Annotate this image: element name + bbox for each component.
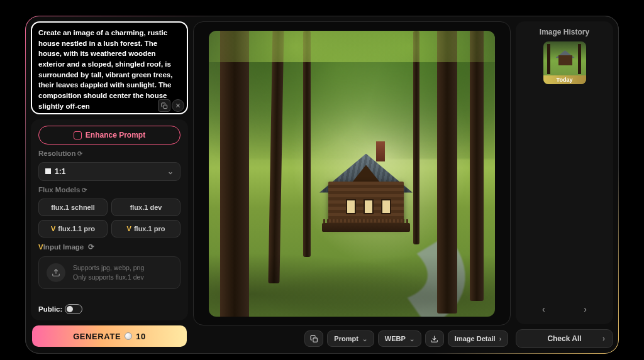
thumbnail-label: Today [543, 75, 586, 84]
copy-prompt-button[interactable] [158, 99, 170, 112]
svg-rect-2 [313, 337, 318, 342]
checkbox-icon [74, 131, 82, 139]
generate-cost: 10 [136, 332, 146, 341]
chevron-down-icon: ⌄ [409, 335, 414, 342]
settings-panel: Enhance Prompt Resolution ⟳ 1:1 ⌄ Flux M… [31, 119, 188, 320]
model-flux11-pro[interactable]: Vflux.1.1 pro [38, 220, 108, 237]
history-prev-button[interactable]: ‹ [538, 300, 549, 318]
chevron-right-icon: › [499, 335, 501, 342]
copy-icon [310, 335, 318, 343]
resolution-value: 1:1 [55, 167, 65, 176]
download-button[interactable] [425, 330, 444, 347]
history-thumbnail[interactable]: Today [543, 41, 586, 84]
input-image-upload[interactable]: Supports jpg, webp, png Only supports fl… [38, 256, 180, 289]
square-icon [45, 168, 51, 174]
svg-rect-0 [164, 105, 167, 109]
upload-icon [47, 263, 65, 282]
coin-icon [125, 332, 132, 340]
copy-image-button[interactable] [304, 330, 323, 347]
history-next-button[interactable]: › [580, 300, 591, 318]
history-panel: Image History Today ‹ › [516, 21, 613, 324]
image-viewer [193, 21, 511, 325]
crown-icon: V [127, 225, 131, 232]
chevron-down-icon: ⌄ [362, 335, 367, 342]
chevron-down-icon: ⌄ [167, 167, 174, 176]
close-icon [175, 102, 181, 109]
resolution-select[interactable]: 1:1 ⌄ [38, 162, 180, 181]
model-flux1-dev[interactable]: flux.1 dev [111, 199, 180, 216]
generated-image[interactable] [209, 31, 495, 317]
history-pager: ‹ › [522, 300, 607, 318]
format-dropdown[interactable]: WEBP ⌄ [378, 330, 421, 347]
input-image-label: VInput Image ⟳ [38, 243, 180, 251]
resolution-label: Resolution ⟳ [38, 150, 180, 157]
copy-icon [161, 102, 168, 109]
upload-hint: Supports jpg, webp, png Only supports fl… [73, 263, 144, 281]
prompt-container: Create an image of a charming, rustic ho… [31, 21, 188, 114]
clear-prompt-button[interactable] [172, 99, 184, 112]
public-row: Public: [38, 304, 180, 314]
refresh-icon: ⟳ [86, 243, 94, 251]
crown-icon: V [38, 243, 43, 251]
model-flux1-pro[interactable]: Vflux.1 pro [111, 220, 180, 237]
models-label: Flux Models ⟳ [38, 186, 180, 194]
crown-icon: V [51, 225, 55, 232]
generate-label: GENERATE [73, 332, 121, 341]
generate-button[interactable]: GENERATE 10 [32, 325, 187, 347]
check-all-button[interactable]: Check All › [516, 329, 613, 348]
prompt-dropdown[interactable]: Prompt ⌄ [327, 330, 374, 347]
refresh-icon: ⟳ [77, 150, 82, 157]
download-icon [430, 335, 438, 343]
image-detail-button[interactable]: Image Detail › [448, 330, 508, 347]
image-toolbar: Prompt ⌄ WEBP ⌄ Image Detail › [193, 330, 511, 348]
chevron-right-icon: › [602, 334, 605, 343]
enhance-label: Enhance Prompt [86, 131, 145, 139]
public-toggle[interactable] [65, 304, 82, 314]
model-flux1-schnell[interactable]: flux.1 schnell [38, 199, 108, 216]
refresh-icon: ⟳ [82, 187, 87, 194]
enhance-prompt-button[interactable]: Enhance Prompt [38, 126, 180, 145]
public-label: Public: [38, 305, 62, 313]
history-title: Image History [522, 28, 607, 36]
